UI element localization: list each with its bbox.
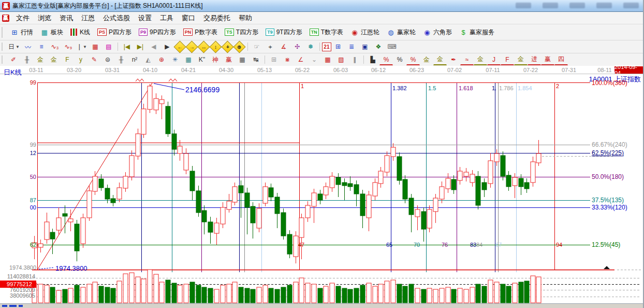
draw-tool-0[interactable]: ✐ [7,54,20,65]
draw-tool-6[interactable]: ✎ [87,54,101,65]
notepad-tool[interactable]: ≣ [345,41,358,52]
toolbar-button-kline-icon[interactable]: K线 [67,26,94,38]
kline-chart[interactable]: 03-1103-2003-3104-1004-2104-3005-1305-22… [0,66,644,308]
go-first[interactable]: |◀ [120,41,134,52]
toolbar-button-T9[interactable]: T99T四方形 [262,26,306,38]
step-right[interactable]: ▶ [160,41,174,52]
menu-item-9[interactable]: 帮助 [235,12,256,24]
diamond-cross[interactable]: + [221,40,233,53]
pattern-tool[interactable]: ▦ [89,41,102,52]
draw-tool-28[interactable]: ▙ [366,54,379,65]
draw-tool-24[interactable]: ▦ [321,54,334,65]
volume-bar [470,287,475,303]
draw-tool-9[interactable]: n² [128,54,141,65]
step-left[interactable]: ◀ [147,41,160,52]
toolbar-button-hexagon-icon[interactable]: ◉六角形 [419,26,456,38]
calculator-tool[interactable]: ⊞ [331,41,345,52]
draw-tool-3[interactable]: 金 [47,54,61,65]
toolbar-button-table-icon[interactable]: ⊞行情 [7,26,37,38]
toolbar-button-winner-wheel-icon[interactable]: ◍赢家轮 [383,26,419,38]
star-tool[interactable]: ✣ [290,41,304,52]
draw-tool-5[interactable]: у [74,54,87,65]
draw-tool-25[interactable]: ▧ [334,54,348,65]
diamond-right[interactable]: → [185,40,198,53]
info-note[interactable]: ≡ [35,41,48,52]
crosshair-tool[interactable]: ＋ [264,41,277,52]
draw-tool-11[interactable]: ⊕ [155,54,168,65]
draw-tool-37[interactable]: J [487,54,501,65]
draw-tool-10[interactable]: ◭ [141,54,155,65]
draw-tool-21[interactable]: ⋇ [281,54,294,65]
toolbar-button-service-icon[interactable]: $赢家服务 [456,26,498,38]
draw-tool-30[interactable]: % [393,54,406,65]
toolbar-button-PS[interactable]: PSP四方形 [94,26,135,38]
toolbar-button-TS[interactable]: TST四方形 [221,26,262,38]
draw-tool-17[interactable]: ▦ [236,54,249,65]
draw-tool-8[interactable]: ╫ [114,54,128,65]
diamond-left[interactable]: ← [173,40,186,53]
draw-tool-38[interactable]: F [501,54,514,65]
draw-tool-40[interactable]: 进 [528,54,541,65]
network-tool[interactable]: ❖ [372,41,385,52]
wave-3[interactable]: ∿₃ [48,41,62,52]
sketch-tool[interactable]: 〰 [21,41,35,52]
menu-item-0[interactable]: 文件 [12,12,34,24]
draw-tool-16[interactable]: 赢 [222,54,236,65]
save-tool[interactable]: ▣ [358,41,372,52]
diamond-hspan[interactable]: ↔ [197,40,210,53]
candle-body [263,187,268,203]
menu-item-4[interactable]: 公式选股 [99,12,134,24]
draw-tool-22[interactable]: ∠ [294,54,308,65]
draw-tool-2[interactable]: 金 [34,54,47,65]
go-last[interactable]: ▶| [134,41,147,52]
draw-tool-42[interactable]: 四 [554,54,568,65]
draw-tool-35[interactable]: ≈ [460,54,474,65]
draw-tool-1[interactable]: ╫ [20,54,34,65]
draw-tool-29[interactable]: % [379,54,393,65]
title-bar[interactable]: 赢 赢家江恩专业版[赢家内部服务平台] - [上证指数 SH1A0001-111… [0,0,643,12]
draw-tool-20[interactable]: ⊞ [267,54,281,65]
menu-item-2[interactable]: 资讯 [55,12,77,24]
angle-tool[interactable]: ∡ [277,41,290,52]
remote-tool[interactable]: ⌨ [385,41,399,52]
distribution-tool[interactable]: ▤ [102,41,115,52]
menu-item-8[interactable]: 交易委托 [199,12,235,24]
draw-tool-4[interactable]: F [61,54,74,65]
draw-tool-36[interactable]: 金 [474,54,487,65]
toolbar-button-blocks-icon[interactable]: ▦板块 [37,26,67,38]
chart-region[interactable]: 日K线 1A0001 上证指数 2014-09-04 03-1103-2003-… [0,66,644,308]
menu-item-1[interactable]: 浏览 [34,12,55,24]
draw-tool-34[interactable]: ✒ [447,54,460,65]
calendar-tool[interactable]: 21 [322,43,331,51]
draw-tool-18[interactable]: ↹ [249,54,262,65]
draw-tool-12[interactable]: ✳ [168,54,182,65]
brain-tool[interactable]: ❅ [304,41,317,52]
hand-tool[interactable]: ☞ [250,41,264,52]
candle-style-dropdown[interactable]: ❘▼ [75,41,89,52]
menu-item-6[interactable]: 工具 [156,12,178,24]
draw-tool-39[interactable]: 金 [514,54,528,65]
menu-item-5[interactable]: 设置 [134,12,156,24]
volume-bar [336,286,341,303]
toolbar-button-gann-wheel-icon[interactable]: ◉江恩轮 [347,26,383,38]
menu-item-3[interactable]: 江恩 [77,12,99,24]
diamond-target[interactable]: ⊕ [233,40,245,53]
draw-tool-14[interactable]: K'' [195,54,209,65]
bottom-status-strip[interactable] [0,303,644,308]
toolbar-button-P9[interactable]: P99P四方形 [135,26,180,38]
menu-item-7[interactable]: 窗口 [178,12,199,24]
diamond-vspan[interactable]: ↕ [209,40,222,53]
draw-tool-33[interactable]: 金 [433,54,447,65]
toolbar-button-TN[interactable]: TNT数字表 [306,26,347,38]
period-day-dropdown[interactable]: 日▼ [7,41,21,52]
draw-tool-7[interactable]: ⊜ [101,54,114,65]
wave-9[interactable]: ∿₉ [62,41,75,52]
draw-tool-32[interactable]: 金 [420,54,433,65]
draw-tool-26[interactable]: ∥ [348,54,361,65]
toolbar-button-PN[interactable]: PNP数字表 [180,26,222,38]
draw-tool-31[interactable]: % [406,54,420,65]
draw-tool-23[interactable]: ⌄ [308,54,321,65]
draw-tool-15[interactable]: 神 [209,54,222,65]
draw-tool-13[interactable]: ▦ [182,54,195,65]
draw-tool-41[interactable]: 赢 [541,54,554,65]
